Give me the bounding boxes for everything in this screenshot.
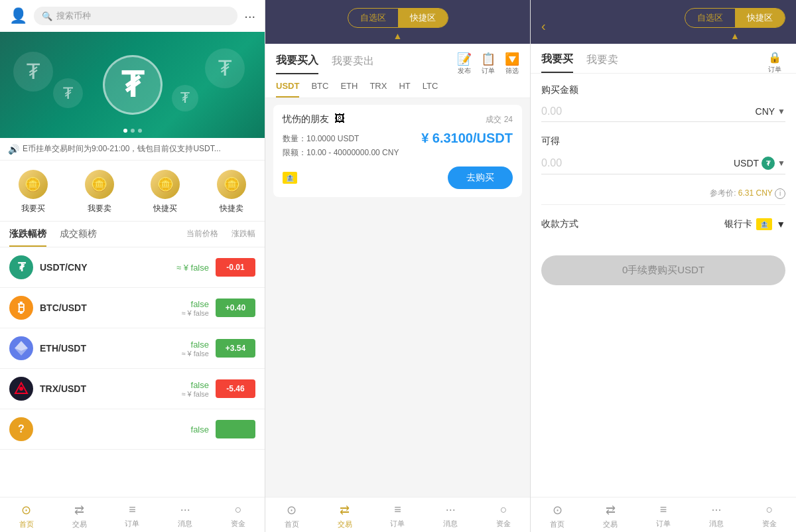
amount-label: 购买金额 <box>541 84 785 96</box>
banner-tether-left2: ₮ <box>53 78 83 108</box>
tab-sell-out[interactable]: 我要卖出 <box>332 54 374 74</box>
p3-nav-messages[interactable]: ··· 消息 <box>690 503 743 529</box>
eth-price-sub: ≈ ¥ false <box>149 350 209 358</box>
p3-tab-sell[interactable]: 我要卖 <box>586 53 618 72</box>
message-icon[interactable]: ··· <box>244 9 255 24</box>
p3-zone-tabs: 自选区 快捷区 ▲ <box>685 8 785 44</box>
panel3-bottom-nav: ⊙ 首页 ⇄ 交易 ≡ 订单 ··· 消息 ○ 资金 <box>531 497 796 532</box>
market-header-price: 当前价格 <box>186 228 218 241</box>
p2-nav-funds[interactable]: ○ 资金 <box>477 503 530 529</box>
p2-home-icon: ⊙ <box>287 503 297 517</box>
coin-tab-eth[interactable]: ETH <box>340 76 358 98</box>
trx-name: TRX/USDT <box>40 383 149 394</box>
filter-label: 筛选 <box>505 66 519 76</box>
action-orders-mid[interactable]: 📋 订单 <box>481 52 496 76</box>
p2-nav-trade[interactable]: ⇄ 交易 <box>318 503 371 529</box>
usdt-logo: ₮ <box>9 255 33 279</box>
form-section-receivable: 可得 0.00 USDT ₮ ▼ <box>541 135 785 174</box>
p3-home-icon: ⊙ <box>553 503 563 517</box>
coin-tab-btc[interactable]: BTC <box>311 76 328 98</box>
market-item-trx[interactable]: TRX/USDT false ≈ ¥ false -5.46 <box>0 369 265 409</box>
quick-action-fast-sell[interactable]: 🪙 快捷卖 <box>217 170 246 214</box>
amount-value[interactable]: 0.00 <box>541 105 756 117</box>
p3-nav-home[interactable]: ⊙ 首页 <box>531 503 584 529</box>
order-card-header: 忧伤的朋友 🖼 成交 24 <box>283 113 513 125</box>
tab-rise-fall[interactable]: 涨跌幅榜 <box>9 228 46 247</box>
p3-tab-buy[interactable]: 我要买 <box>541 52 573 73</box>
go-buy-button[interactable]: 去购买 <box>448 166 513 189</box>
nav-orders[interactable]: ≡ 订单 <box>106 503 159 529</box>
btc-logo: ₿ <box>9 296 33 320</box>
trade-icon: ⇄ <box>74 503 84 517</box>
seller-info: 忧伤的朋友 🖼 <box>283 113 345 125</box>
dot-3 <box>138 129 142 133</box>
p3-zone-quick[interactable]: 快捷区 <box>735 9 785 27</box>
funds-icon: ○ <box>235 503 242 517</box>
nav-messages[interactable]: ··· 消息 <box>159 503 212 529</box>
market-item-btc[interactable]: ₿ BTC/USDT false ≈ ¥ false +0.40 <box>0 288 265 328</box>
panel2-bottom-nav: ⊙ 首页 ⇄ 交易 ≡ 订单 ··· 消息 ○ 资金 <box>265 497 530 532</box>
last-price: false <box>149 425 209 434</box>
payment-label: 收款方式 <box>541 218 578 230</box>
nav-trade[interactable]: ⇄ 交易 <box>53 503 106 529</box>
p3-zone-arrow: ▲ <box>730 31 740 41</box>
tab-buy-in[interactable]: 我要买入 <box>276 54 318 74</box>
action-filter[interactable]: 🔽 筛选 <box>505 52 519 76</box>
quick-action-buy[interactable]: 🪙 我要买 <box>19 170 48 214</box>
seller-emoji: 🖼 <box>334 113 345 124</box>
coin-tab-trx[interactable]: TRX <box>369 76 387 98</box>
banner-tether-right2: ₮ <box>172 85 198 111</box>
zone-tab-quick[interactable]: 快捷区 <box>398 9 448 27</box>
order-footer: 🏦 去购买 <box>283 166 513 189</box>
orders-mid-icon: 📋 <box>481 52 496 66</box>
order-card-1: 忧伤的朋友 🖼 成交 24 数量：10.0000 USDT 限额：10.00 -… <box>273 105 522 197</box>
coin-tab-ht[interactable]: HT <box>399 76 410 98</box>
currency-cny: CNY <box>756 106 775 117</box>
p3-nav-orders[interactable]: ≡ 订单 <box>637 503 690 529</box>
tab-volume[interactable]: 成交额榜 <box>60 228 97 247</box>
p3-messages-icon: ··· <box>711 503 721 517</box>
p3-orders-icon[interactable]: 🔒 订单 <box>764 52 785 73</box>
coin-tab-usdt[interactable]: USDT <box>276 76 299 98</box>
notice-bar: 🔊 E币挂单交易时间为9:00-21:00，钱包目前仅支持USDT... <box>0 138 265 161</box>
market-item-eth[interactable]: ETH/USDT false ≈ ¥ false +3.54 <box>0 328 265 369</box>
zone-tab-watchlist[interactable]: 自选区 <box>348 9 398 27</box>
p2-orders-icon: ≡ <box>394 503 401 517</box>
order-price: ¥ 6.3100/USDT <box>421 131 513 146</box>
search-placeholder: 搜索币种 <box>56 10 91 22</box>
info-icon[interactable]: i <box>775 188 785 199</box>
market-item-last[interactable]: ? false <box>0 409 265 450</box>
p3-home-label: 首页 <box>550 519 564 529</box>
receivable-value[interactable]: 0.00 <box>541 157 734 169</box>
p2-nav-home[interactable]: ⊙ 首页 <box>265 503 318 529</box>
p3-nav-trade[interactable]: ⇄ 交易 <box>584 503 637 529</box>
payment-section: 收款方式 银行卡 🏦 ▼ <box>541 204 785 235</box>
payment-right[interactable]: 银行卡 🏦 ▼ <box>724 218 785 230</box>
payment-value: 银行卡 <box>724 218 752 230</box>
coin-tab-ltc[interactable]: LTC <box>423 76 438 98</box>
nav-funds[interactable]: ○ 资金 <box>212 503 265 529</box>
coin-tabs: USDT BTC ETH TRX HT LTC <box>265 76 530 98</box>
quick-action-sell[interactable]: 🪙 我要卖 <box>85 170 114 214</box>
seller-name: 忧伤的朋友 <box>283 113 329 124</box>
p2-nav-messages[interactable]: ··· 消息 <box>424 503 477 529</box>
buy-icon: 🪙 <box>19 170 48 199</box>
back-button[interactable]: ‹ <box>541 19 546 34</box>
p3-zone-watchlist[interactable]: 自选区 <box>685 9 735 27</box>
p3-nav-funds[interactable]: ○ 资金 <box>743 503 796 529</box>
user-icon[interactable]: 👤 <box>9 7 27 25</box>
action-publish[interactable]: 📝 发布 <box>457 52 472 76</box>
receivable-currency[interactable]: USDT ₮ ▼ <box>734 157 785 170</box>
search-bar[interactable]: 🔍 搜索币种 <box>34 7 237 25</box>
eth-price-wrap: false ≈ ¥ false <box>149 340 209 358</box>
eth-name: ETH/USDT <box>40 343 149 354</box>
submit-buy-button[interactable]: 0手续费购买USDT <box>541 255 785 285</box>
nav-home[interactable]: ⊙ 首页 <box>0 503 53 529</box>
quick-action-fast-buy[interactable]: 🪙 快捷买 <box>151 170 180 214</box>
p2-nav-orders[interactable]: ≡ 订单 <box>371 503 425 529</box>
svg-point-3 <box>19 387 23 391</box>
market-item-usdt[interactable]: ₮ USDT/CNY ≈ ¥ false -0.01 <box>0 247 265 288</box>
zone-tabs-right: 自选区 快捷区 <box>685 8 785 28</box>
amount-currency[interactable]: CNY ▼ <box>756 106 785 117</box>
buy-label: 我要买 <box>21 203 45 214</box>
